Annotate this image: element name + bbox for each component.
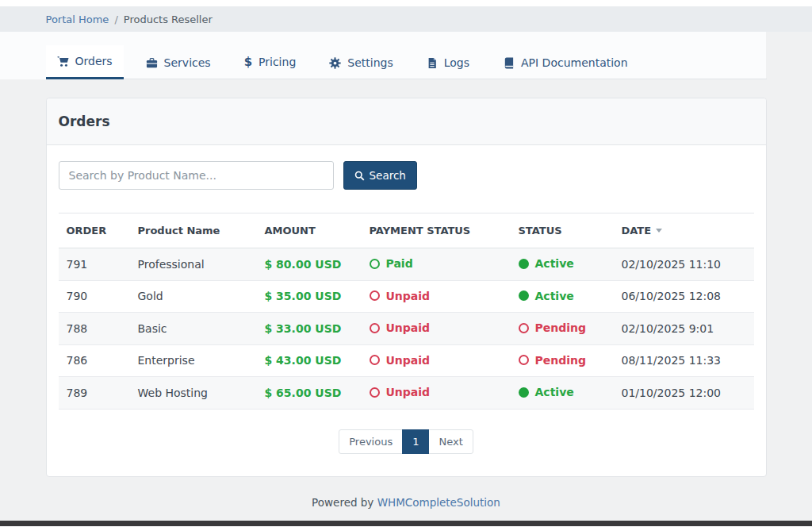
payment-status-icon (370, 387, 380, 398)
payment-status-badge: Unpaid (370, 321, 431, 334)
amount: $ 35.00 USD (257, 280, 362, 313)
order-id: 791 (59, 248, 130, 281)
pagination-previous[interactable]: Previous (339, 429, 403, 454)
order-date: 08/11/2025 11:33 (614, 344, 754, 377)
search-icon (354, 171, 365, 181)
payment-status-badge: Unpaid (370, 386, 431, 398)
table-row: 791 Professional $ 80.00 USD Paid Active… (59, 248, 754, 281)
tab-settings[interactable]: Settings (318, 47, 404, 79)
amount: $ 33.00 USD (257, 313, 362, 345)
orders-panel: Orders Search (46, 98, 767, 477)
breadcrumb-bar: Portal Home / Products Reseller (0, 6, 812, 32)
payment-status-icon (370, 259, 380, 269)
search-input[interactable] (59, 161, 334, 190)
amount: $ 65.00 USD (257, 377, 362, 410)
product-name: Gold (130, 280, 257, 313)
order-id: 788 (59, 313, 130, 345)
pagination-next[interactable]: Next (428, 429, 473, 454)
panel-body: Search ORDER Product Name AMOUNT PAYMENT… (47, 145, 766, 476)
gear-icon (329, 57, 341, 69)
tab-services[interactable]: Services (135, 47, 222, 79)
column-header-payment-status: PAYMENT STATUS (362, 213, 511, 248)
table-row: 790 Gold $ 35.00 USD Unpaid Active 06/10… (59, 280, 754, 313)
product-name: Enterprise (130, 344, 257, 377)
tab-api-documentation[interactable]: API Documentation (492, 47, 639, 79)
pagination-page-1[interactable]: 1 (402, 429, 429, 454)
order-id: 789 (59, 377, 130, 410)
order-id: 786 (59, 344, 130, 377)
orders-table: ORDER Product Name AMOUNT PAYMENT STATUS… (59, 213, 754, 410)
search-row: Search (59, 161, 754, 190)
column-header-date[interactable]: DATE (614, 213, 754, 248)
payment-status-badge: Unpaid (370, 354, 431, 367)
breadcrumb-home-link[interactable]: Portal Home (46, 13, 109, 25)
amount: $ 80.00 USD (257, 248, 362, 281)
tab-bar: Orders Services $ Pricing Settings (0, 32, 812, 79)
cart-icon (57, 56, 69, 67)
breadcrumb-separator: / (114, 13, 117, 25)
search-button-label: Search (370, 169, 406, 182)
book-icon (503, 57, 515, 69)
status-badge: Active (519, 257, 574, 270)
file-icon (427, 57, 438, 69)
status-badge: Pending (519, 354, 587, 367)
page-body: Orders Services $ Pricing Settings (0, 32, 812, 521)
pagination: Previous 1 Next (59, 429, 754, 454)
column-header-order: ORDER (59, 213, 130, 248)
footer: Powered by WHMCompleteSolution (46, 496, 767, 509)
tab-label: Logs (444, 56, 469, 69)
tab-pricing[interactable]: $ Pricing (233, 45, 308, 79)
order-date: 01/10/2025 12:00 (614, 377, 754, 410)
order-date: 02/10/2025 9:01 (614, 313, 754, 345)
product-name: Professional (130, 248, 257, 281)
tab-orders[interactable]: Orders (46, 45, 124, 79)
table-header-row: ORDER Product Name AMOUNT PAYMENT STATUS… (59, 213, 754, 248)
search-button[interactable]: Search (343, 161, 417, 190)
payment-status-icon (370, 323, 380, 333)
briefcase-icon (146, 57, 158, 69)
status-badge: Active (519, 386, 574, 398)
table-row: 788 Basic $ 33.00 USD Unpaid Pending 02/… (59, 313, 754, 345)
status-icon (519, 355, 529, 365)
tab-label: Pricing (259, 56, 296, 68)
tab-label: Settings (347, 56, 393, 69)
top-margin (0, 0, 812, 6)
panel-header: Orders (47, 98, 766, 145)
status-icon (519, 290, 529, 301)
order-id: 790 (59, 280, 130, 313)
column-header-amount: AMOUNT (257, 213, 362, 248)
bottom-bar (0, 521, 812, 526)
breadcrumb: Portal Home / Products Reseller (46, 6, 767, 32)
product-name: Basic (130, 313, 257, 345)
tab-logs[interactable]: Logs (416, 47, 481, 79)
nav-tabs: Orders Services $ Pricing Settings (46, 45, 767, 79)
panel-title: Orders (59, 113, 754, 129)
whmcompletesolution-link[interactable]: WHMCompleteSolution (377, 496, 500, 509)
payment-status-badge: Paid (370, 257, 413, 270)
product-name: Web Hosting (130, 377, 257, 410)
tab-label: Orders (75, 55, 113, 67)
payment-status-badge: Unpaid (370, 290, 431, 302)
column-header-product-name: Product Name (130, 213, 257, 248)
status-badge: Active (519, 290, 574, 302)
payment-status-icon (370, 355, 380, 365)
status-icon (519, 259, 529, 269)
tab-label: API Documentation (521, 56, 628, 69)
breadcrumb-current: Products Reseller (124, 13, 213, 25)
status-icon (519, 387, 529, 398)
powered-by-text: Powered by (312, 496, 373, 509)
tab-label: Services (164, 56, 211, 69)
status-badge: Pending (519, 321, 587, 334)
order-date: 02/10/2025 11:10 (614, 248, 754, 281)
dollar-icon: $ (244, 55, 252, 69)
order-date: 06/10/2025 12:08 (614, 280, 754, 313)
payment-status-icon (370, 290, 380, 301)
table-row: 786 Enterprise $ 43.00 USD Unpaid Pendin… (59, 344, 754, 377)
status-icon (519, 323, 529, 333)
column-header-status: STATUS (511, 213, 614, 248)
table-row: 789 Web Hosting $ 65.00 USD Unpaid Activ… (59, 377, 754, 410)
sort-desc-icon (656, 229, 662, 233)
amount: $ 43.00 USD (257, 344, 362, 377)
